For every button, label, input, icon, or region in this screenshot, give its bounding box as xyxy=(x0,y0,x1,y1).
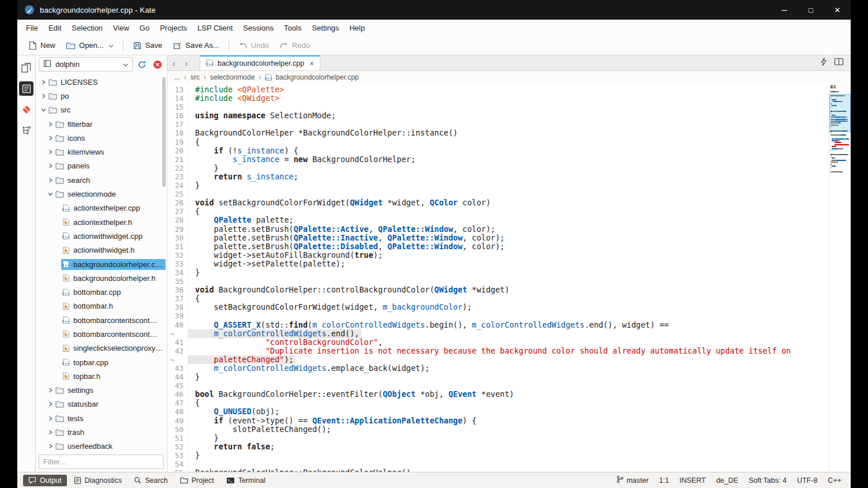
chevron-collapsed-icon[interactable] xyxy=(40,93,47,99)
cursor-position[interactable]: 1:1 xyxy=(659,476,669,485)
quick-actions-icon[interactable] xyxy=(820,57,827,69)
chevron-collapsed-icon[interactable] xyxy=(47,122,54,127)
tree-item-filterbar[interactable]: filterbar xyxy=(36,117,167,131)
tree-item-bottombarcontentscont[interactable]: C++bottombarcontentscont… xyxy=(36,313,167,327)
tree-item-actionwithwidget-h[interactable]: hactionwithwidget.h xyxy=(36,243,167,257)
menu-edit[interactable]: Edit xyxy=(43,21,66,35)
close-button[interactable]: ✕ xyxy=(824,0,851,20)
menu-go[interactable]: Go xyxy=(134,21,155,35)
minimap-scrollbar[interactable] xyxy=(829,83,851,472)
tree-item-bottombarcontentscont[interactable]: hbottombarcontentscont… xyxy=(36,327,167,341)
tree-item-src[interactable]: src xyxy=(36,103,167,117)
breadcrumb-src[interactable]: src xyxy=(190,73,200,81)
history-back-button[interactable]: ‹ xyxy=(167,55,180,70)
chevron-collapsed-icon[interactable] xyxy=(47,163,54,168)
tree-item-panels[interactable]: panels xyxy=(36,159,167,173)
breadcrumb-backgroundcolorhelper-cpp[interactable]: C++backgroundcolorhelper.cpp xyxy=(265,73,358,81)
chevron-collapsed-icon[interactable] xyxy=(47,136,54,141)
tab-settings[interactable]: Soft Tabs: 4 xyxy=(749,476,787,485)
chevron-collapsed-icon[interactable] xyxy=(40,80,47,85)
tree-item-po[interactable]: po xyxy=(36,89,167,103)
tree-item-singleclickselectionproxy[interactable]: hsingleclickselectionproxy… xyxy=(36,341,167,355)
tree-item-backgroundcolorhelper-h[interactable]: hbackgroundcolorhelper.h xyxy=(36,271,167,285)
split-view-icon[interactable] xyxy=(834,58,844,68)
menu-lsp-client[interactable]: LSP Client xyxy=(192,21,238,35)
line-number: 54 xyxy=(167,460,188,468)
chevron-down-icon[interactable] xyxy=(108,41,114,50)
save-as-button[interactable]: Save As... xyxy=(167,39,225,52)
dictionary[interactable]: de_DE xyxy=(716,476,738,485)
menu-selection[interactable]: Selection xyxy=(66,21,107,35)
chevron-expanded-icon[interactable] xyxy=(47,192,54,197)
tree-item-kitemviews[interactable]: kitemviews xyxy=(36,145,167,159)
minimap-viewport[interactable] xyxy=(829,94,851,132)
chevron-collapsed-icon[interactable] xyxy=(47,430,54,435)
tree-item-actionwithwidget-cpp[interactable]: C++actionwithwidget.cpp xyxy=(36,229,167,243)
tree-item-actiontexthelper-cpp[interactable]: C++actiontexthelper.cpp xyxy=(36,201,167,215)
panel-button-diagnostics[interactable]: Diagnostics xyxy=(69,475,128,486)
redo-button[interactable]: Redo xyxy=(274,39,315,52)
breadcrumb-selectionmode[interactable]: selectionmode xyxy=(210,73,255,81)
tree-item-selectionmode[interactable]: selectionmode xyxy=(36,187,167,201)
tree-item-userfeedback[interactable]: userfeedback xyxy=(36,440,167,452)
sidebar-git-icon[interactable] xyxy=(19,102,33,117)
refresh-project-button[interactable] xyxy=(136,58,148,71)
undo-button[interactable]: Undo xyxy=(233,39,274,52)
history-forward-button[interactable]: › xyxy=(180,55,193,70)
sidebar-documents-icon[interactable] xyxy=(19,61,33,75)
tree-item-backgroundcolorhelper-c[interactable]: C++backgroundcolorhelper.c… xyxy=(36,257,167,271)
code-line-content: "Duplicate insertion is not necessary be… xyxy=(188,347,792,355)
input-mode[interactable]: INSERT xyxy=(679,476,706,485)
save-button[interactable]: Save xyxy=(128,39,168,52)
tab-backgroundcolorhelper-cpp[interactable]: C++ backgroundcolorhelper.cpp × xyxy=(200,55,320,70)
chevron-expanded-icon[interactable] xyxy=(40,107,47,112)
tree-item-statusbar[interactable]: statusbar xyxy=(36,397,167,411)
sidebar-symbols-icon[interactable] xyxy=(19,123,33,137)
tree-item-licenses[interactable]: LICENSES xyxy=(36,75,167,89)
menu-projects[interactable]: Projects xyxy=(155,21,192,35)
breadcrumb-[interactable]: ... xyxy=(174,73,180,81)
tree-item-topbar-h[interactable]: htopbar.h xyxy=(36,369,167,383)
tree-item-bottombar-h[interactable]: hbottombar.h xyxy=(36,299,167,313)
chevron-collapsed-icon[interactable] xyxy=(47,178,54,183)
menu-help[interactable]: Help xyxy=(344,21,370,35)
chevron-collapsed-icon[interactable] xyxy=(47,388,54,393)
close-project-button[interactable] xyxy=(151,58,164,71)
project-selector[interactable]: dolphin xyxy=(39,57,133,72)
tree-scrollbar[interactable] xyxy=(162,77,166,187)
tree-item-topbar-cpp[interactable]: C++topbar.cpp xyxy=(36,355,167,369)
cpp-file-icon: C++ xyxy=(62,204,70,212)
tab-close-icon[interactable]: × xyxy=(308,59,314,68)
tree-item-tests[interactable]: tests xyxy=(36,411,167,425)
tree-item-bottombar-cpp[interactable]: C++bottombar.cpp xyxy=(36,285,167,299)
panel-button-search[interactable]: Search xyxy=(129,475,173,486)
svg-text:C++: C++ xyxy=(62,291,70,295)
panel-button-terminal[interactable]: Terminal xyxy=(221,475,271,486)
sidebar-projects-icon[interactable] xyxy=(19,81,33,96)
tree-item-search[interactable]: search xyxy=(36,173,167,187)
open-button[interactable]: Open... xyxy=(61,39,119,52)
menu-file[interactable]: File xyxy=(21,21,43,35)
new-button[interactable]: New xyxy=(23,39,61,52)
tree-item-trash[interactable]: trash xyxy=(36,425,167,439)
chevron-collapsed-icon[interactable] xyxy=(47,416,54,421)
menu-view[interactable]: View xyxy=(108,21,134,35)
chevron-collapsed-icon[interactable] xyxy=(47,149,54,155)
menu-tools[interactable]: Tools xyxy=(279,21,306,35)
tree-item-actiontexthelper-h[interactable]: hactiontexthelper.h xyxy=(36,215,167,229)
code-area[interactable]: 13#include <QPalette>14#include <QWidget… xyxy=(167,83,829,472)
panel-button-project[interactable]: Project xyxy=(175,475,219,486)
menu-settings[interactable]: Settings xyxy=(306,21,344,35)
chevron-collapsed-icon[interactable] xyxy=(47,401,54,407)
filter-input[interactable] xyxy=(39,455,164,469)
git-branch-indicator[interactable]: master xyxy=(616,475,649,485)
maximize-button[interactable]: □ xyxy=(798,0,824,20)
syntax-mode[interactable]: C++ xyxy=(828,476,841,485)
encoding[interactable]: UTF-8 xyxy=(797,476,817,485)
minimize-button[interactable]: ─ xyxy=(771,0,798,20)
tree-item-settings[interactable]: settings xyxy=(36,384,167,397)
panel-button-output[interactable]: Output xyxy=(23,475,67,486)
tree-item-icons[interactable]: icons xyxy=(36,131,167,145)
menu-sessions[interactable]: Sessions xyxy=(238,21,279,35)
chevron-collapsed-icon[interactable] xyxy=(47,444,54,449)
